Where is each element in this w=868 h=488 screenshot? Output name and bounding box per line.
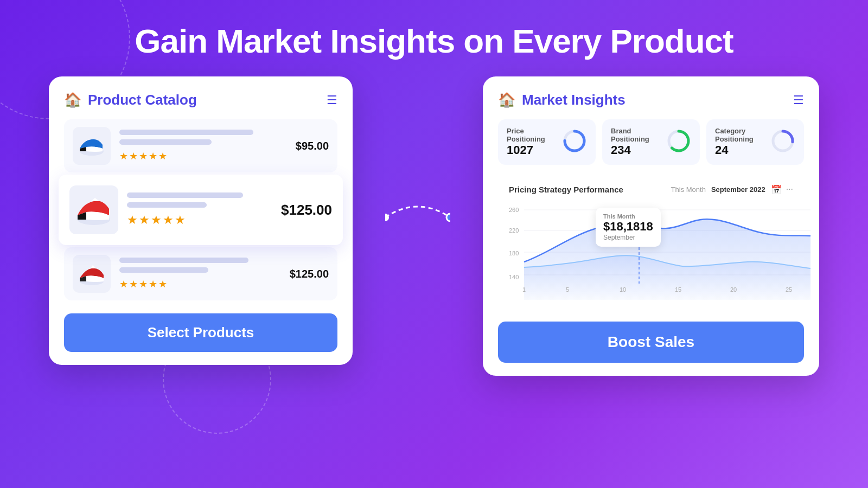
product-price-1: $95.00 [296,140,329,152]
svg-text:180: 180 [509,250,519,256]
product-price-2: $125.00 [281,202,332,219]
svg-text:20: 20 [730,286,737,293]
svg-text:10: 10 [620,286,626,293]
svg-text:220: 220 [509,227,519,234]
product-image-1 [73,127,111,165]
product-bar-long-2 [127,192,243,198]
svg-text:1: 1 [522,286,526,293]
insights-header-left: 🏠 Market Insights [498,92,626,108]
chart-title: Pricing Strategy Performance [509,185,623,194]
stat-brand-text: Brand Positioning 234 [611,127,661,157]
insights-home-icon: 🏠 [498,92,515,108]
stat-price-text: Price Positioning 1027 [507,127,557,157]
product-bar-short-3 [119,267,208,273]
panels-container: 🏠 Product Catalog ☰ ★★★★★ $95.00 [0,76,868,376]
product-image-3 [73,255,111,293]
stat-price-positioning: Price Positioning 1027 [498,119,596,165]
svg-text:5: 5 [566,286,569,293]
stat-price-label: Price Positioning [507,127,557,143]
chart-action-icons[interactable]: 📅 ··· [771,184,793,195]
catalog-menu-icon[interactable]: ☰ [327,93,337,107]
product-item-3: ★★★★★ $125.00 [64,247,337,300]
market-insights-panel: 🏠 Market Insights ☰ Price Positioning 10… [483,76,819,376]
pricing-chart: 260 220 180 140 [509,202,813,300]
catalog-title: Product Catalog [88,92,197,108]
chart-svg-wrap: 260 220 180 140 [509,202,793,302]
svg-text:15: 15 [675,286,681,293]
stat-category-value: 24 [715,143,765,157]
product-list: ★★★★★ $95.00 ★★★★★ $125.00 [64,119,337,300]
this-month-label: This Month [671,185,706,194]
product-bar-short-1 [119,139,212,145]
product-bar-long-1 [119,130,253,135]
connector-area [385,185,450,250]
chart-header: Pricing Strategy Performance This Month … [509,184,793,195]
svg-point-4 [446,214,450,221]
product-info-1: ★★★★★ [119,130,287,162]
insights-menu-icon[interactable]: ☰ [793,93,804,107]
stat-category-positioning: Category Positioning 24 [706,119,804,165]
product-stars-2: ★★★★★ [127,213,272,227]
chart-container: Pricing Strategy Performance This Month … [498,176,804,311]
svg-text:140: 140 [509,274,519,280]
product-info-2: ★★★★★ [127,192,272,227]
boost-sales-button[interactable]: Boost Sales [498,322,804,363]
brand-donut [666,129,691,156]
svg-text:25: 25 [786,286,792,293]
select-products-button[interactable]: Select Products [64,313,337,352]
category-donut [770,129,795,156]
product-bar-short-2 [127,202,207,208]
more-options-icon[interactable]: ··· [786,184,793,195]
product-catalog-panel: 🏠 Product Catalog ☰ ★★★★★ $95.00 [49,76,353,365]
product-item-2: ★★★★★ $125.00 [59,175,343,245]
price-donut [562,129,587,156]
catalog-header: 🏠 Product Catalog ☰ [64,92,337,108]
svg-point-20 [636,221,642,227]
home-icon: 🏠 [64,92,81,108]
calendar-icon[interactable]: 📅 [771,184,782,195]
product-item-1: ★★★★★ $95.00 [64,119,337,172]
insights-title: Market Insights [522,92,626,108]
stat-category-label: Category Positioning [715,127,765,143]
product-stars-3: ★★★★★ [119,278,281,290]
page-header: Gain Market Insights on Every Product [0,0,868,76]
product-stars-1: ★★★★★ [119,150,287,162]
stat-brand-value: 234 [611,143,661,157]
page-title: Gain Market Insights on Every Product [0,22,868,60]
product-info-3: ★★★★★ [119,258,281,290]
chart-meta: This Month September 2022 📅 ··· [671,184,793,195]
chart-date-label: September 2022 [711,185,765,194]
product-price-3: $125.00 [290,268,329,280]
stat-brand-label: Brand Positioning [611,127,661,143]
product-image-2 [69,185,118,234]
stat-brand-positioning: Brand Positioning 234 [602,119,700,165]
connector-arrow [385,185,450,250]
svg-text:260: 260 [509,207,519,213]
stat-category-text: Category Positioning 24 [715,127,765,157]
insights-header: 🏠 Market Insights ☰ [498,92,804,108]
stat-price-value: 1027 [507,143,557,157]
stats-row: Price Positioning 1027 Brand Positioning… [498,119,804,165]
product-bar-long-3 [119,258,248,263]
catalog-header-left: 🏠 Product Catalog [64,92,197,108]
